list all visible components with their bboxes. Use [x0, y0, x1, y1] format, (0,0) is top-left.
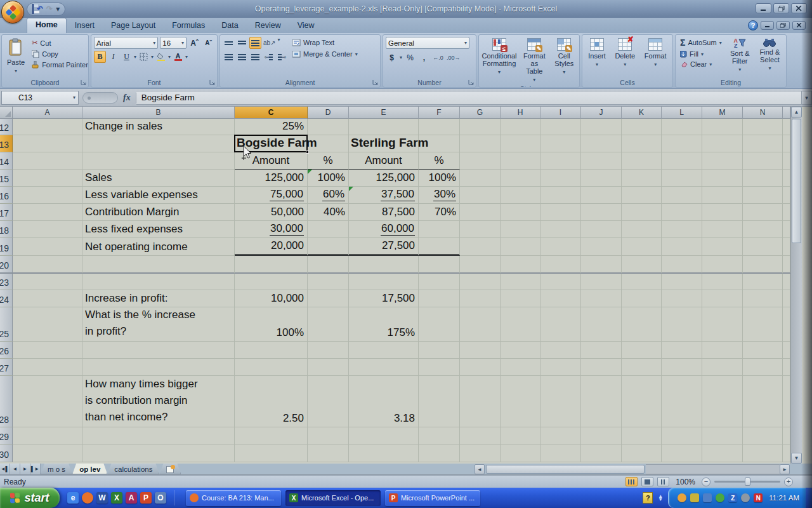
column-header-D[interactable]: D [308, 107, 349, 119]
update-tray-icon[interactable] [716, 493, 724, 502]
number-dialog-launcher[interactable] [468, 79, 475, 86]
cell-M29[interactable] [702, 427, 743, 444]
cell-E28[interactable]: 3.18 [349, 376, 419, 427]
scroll-down-button[interactable]: ▼ [791, 453, 802, 464]
cell-K19[interactable] [622, 238, 662, 256]
cell-B16[interactable]: Less variable expenses [82, 187, 235, 204]
cell-C25[interactable]: 100% [235, 307, 308, 342]
cell-K29[interactable] [622, 427, 662, 444]
cell-A29[interactable] [13, 427, 82, 444]
cell-D19[interactable] [308, 238, 349, 256]
cell-C16[interactable]: 75,000 [235, 187, 308, 204]
cell-I20[interactable] [540, 256, 581, 274]
zoom-in-button[interactable]: + [784, 478, 793, 486]
cell-L12[interactable] [662, 119, 702, 135]
cell-K18[interactable] [622, 221, 662, 238]
cell-I29[interactable] [540, 427, 581, 444]
next-sheet-button[interactable]: ► [20, 464, 30, 474]
first-sheet-button[interactable]: ◄▌ [0, 464, 10, 474]
cell-B13[interactable] [82, 135, 235, 152]
cell-D23[interactable] [308, 274, 349, 290]
column-header-C[interactable]: C [235, 107, 308, 119]
tab-view[interactable]: View [289, 18, 323, 33]
cell-E27[interactable] [349, 359, 419, 376]
tab-insert[interactable]: Insert [67, 18, 103, 33]
word-icon[interactable]: W [96, 492, 108, 504]
row-header-23[interactable]: 23 [0, 274, 13, 290]
cut-button[interactable]: ✂Cut [30, 38, 89, 48]
cell-F19[interactable] [419, 238, 460, 256]
shrink-font-button[interactable]: Aˇ [202, 37, 214, 49]
copy-button[interactable]: Copy [30, 50, 89, 58]
network-tray-icon[interactable] [703, 493, 712, 502]
row-header-28[interactable]: 28 [0, 376, 13, 427]
cell-M23[interactable] [702, 274, 743, 290]
taskbar-button-excel[interactable]: XMicrosoft Excel - Ope... [285, 490, 381, 506]
cell-A30[interactable] [13, 444, 82, 462]
cell-L20[interactable] [662, 256, 702, 274]
cell-N17[interactable] [743, 204, 783, 221]
cell-F12[interactable] [419, 119, 460, 135]
cell-L26[interactable] [662, 342, 702, 359]
cell-N27[interactable] [743, 359, 783, 376]
horizontal-scroll-thumb[interactable] [486, 465, 645, 474]
cell-H30[interactable] [501, 444, 540, 462]
cell-B17[interactable]: Contribution Margin [82, 204, 235, 221]
increase-decimal-button[interactable]: ←.0 [432, 51, 444, 64]
page-break-view-button[interactable] [657, 477, 669, 486]
cell-B18[interactable]: Less fixed expenses [82, 221, 235, 238]
cell-F27[interactable] [419, 359, 460, 376]
cell-I25[interactable] [540, 307, 581, 342]
cell-H12[interactable] [501, 119, 540, 135]
cell-C27[interactable] [235, 359, 308, 376]
cell-H24[interactable] [501, 290, 540, 307]
help-icon[interactable]: ? [748, 20, 758, 30]
cell-K20[interactable] [622, 256, 662, 274]
cell-I16[interactable] [540, 187, 581, 204]
cell-H14[interactable] [501, 152, 540, 170]
cell-D18[interactable] [308, 221, 349, 238]
cell-H17[interactable] [501, 204, 540, 221]
cell-B30[interactable] [82, 444, 235, 462]
normal-view-button[interactable] [625, 477, 638, 486]
cell-F25[interactable] [419, 307, 460, 342]
cell-M18[interactable] [702, 221, 743, 238]
scroll-left-button[interactable]: ◄ [475, 464, 485, 474]
zoom-slider-thumb[interactable] [745, 478, 750, 486]
cell-C20[interactable] [235, 256, 308, 274]
cell-N15[interactable] [743, 170, 783, 187]
paste-dropdown[interactable]: ▾ [15, 67, 17, 75]
cell-H16[interactable] [501, 187, 540, 204]
cell-A19[interactable] [13, 238, 82, 256]
cell-J15[interactable] [581, 170, 622, 187]
cell-A24[interactable] [13, 290, 82, 307]
cell-L14[interactable] [662, 152, 702, 170]
messenger-tray-icon[interactable] [678, 493, 686, 502]
cell-K15[interactable] [622, 170, 662, 187]
cell-E16[interactable]: 37,500 [349, 187, 419, 204]
cell-M27[interactable] [702, 359, 743, 376]
column-header-E[interactable]: E [349, 107, 419, 119]
cell-G26[interactable] [460, 342, 501, 359]
sheet-tab-m-o-s[interactable]: m o s [41, 464, 72, 474]
fill-color-button[interactable] [155, 51, 167, 63]
cell-D15[interactable]: 100% [308, 170, 349, 187]
cell-B25[interactable]: What is the % increase in profit? [82, 307, 235, 342]
cell-I23[interactable] [540, 274, 581, 290]
firefox-icon[interactable] [82, 492, 93, 504]
font-color-dropdown[interactable]: ▾ [185, 54, 188, 60]
cell-G16[interactable] [460, 187, 501, 204]
fill-color-dropdown[interactable]: ▾ [168, 54, 171, 60]
cell-N23[interactable] [743, 274, 783, 290]
cell-M28[interactable] [702, 376, 743, 427]
tab-page-layout[interactable]: Page Layout [103, 18, 164, 33]
cell-F18[interactable] [419, 221, 460, 238]
cell-C12[interactable]: 25% [235, 119, 308, 135]
workbook-restore-button[interactable] [776, 21, 790, 30]
cell-J26[interactable] [581, 342, 622, 359]
fill-handle[interactable] [306, 150, 309, 154]
cell-A13[interactable] [13, 135, 82, 152]
cell-K27[interactable] [622, 359, 662, 376]
cell-F14[interactable]: % [419, 152, 460, 170]
cell-G20[interactable] [460, 256, 501, 274]
